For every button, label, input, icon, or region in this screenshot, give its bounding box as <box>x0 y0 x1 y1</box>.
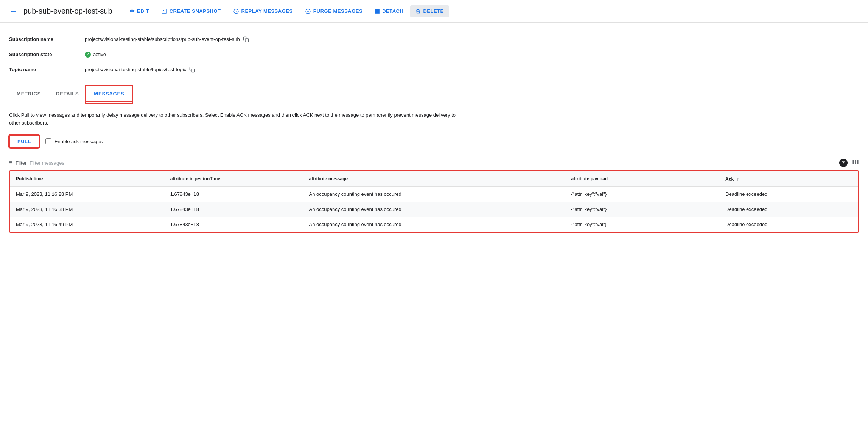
filter-placeholder[interactable]: Filter messages <box>30 160 64 166</box>
toolbar: ← pub-sub-event-op-test-sub ✏ EDIT CREAT… <box>0 0 868 23</box>
row1-message: An occupancy counting event has occured <box>303 186 565 202</box>
enable-ack-checkbox[interactable] <box>45 138 51 144</box>
subscription-name-label: Subscription name <box>9 36 85 42</box>
svg-rect-9 <box>855 160 856 164</box>
subscription-name-value: projects/visionai-testing-stable/subscri… <box>85 36 249 42</box>
messages-table-container: Publish time attribute.ingestionTime att… <box>9 170 859 233</box>
svg-rect-7 <box>191 69 195 72</box>
row1-publish-time: Mar 9, 2023, 11:16:28 PM <box>10 186 164 202</box>
detach-label: DETACH <box>382 8 403 14</box>
purge-messages-label: PURGE MESSAGES <box>313 8 363 14</box>
info-section: Subscription name projects/visionai-test… <box>0 23 868 77</box>
table-header-row: Publish time attribute.ingestionTime att… <box>10 171 858 187</box>
filter-left: ≡ Filter Filter messages <box>9 159 64 166</box>
status-dot-icon <box>85 52 91 58</box>
table-row: Mar 9, 2023, 11:16:28 PM 1.67843e+18 An … <box>10 186 858 202</box>
table-row: Mar 9, 2023, 11:16:38 PM 1.67843e+18 An … <box>10 202 858 217</box>
status-badge: active <box>85 52 106 58</box>
subscription-state-value: active <box>85 52 106 58</box>
back-icon: ← <box>9 6 17 16</box>
page-title: pub-sub-event-op-test-sub <box>23 7 112 16</box>
pull-button[interactable]: PULL <box>9 135 39 148</box>
filter-label: Filter <box>16 160 26 166</box>
row1-ack: Deadline exceeded <box>719 186 858 202</box>
row1-payload: {"attr_key":"val"} <box>565 186 719 202</box>
edit-label: EDIT <box>137 8 149 14</box>
tab-details[interactable]: DETAILS <box>48 86 86 102</box>
col-publish-time: Publish time <box>10 171 164 187</box>
tabs: METRICS DETAILS MESSAGES <box>9 86 859 102</box>
tabs-section: METRICS DETAILS MESSAGES <box>0 77 868 102</box>
detach-button[interactable]: DETACH <box>369 5 409 17</box>
replay-messages-label: REPLAY MESSAGES <box>241 8 293 14</box>
subscription-state-label: Subscription state <box>9 52 85 57</box>
snapshot-icon <box>161 8 167 14</box>
back-button[interactable]: ← <box>9 6 17 16</box>
filter-bar: ≡ Filter Filter messages ? <box>9 156 859 170</box>
row3-publish-time: Mar 9, 2023, 11:16:49 PM <box>10 217 164 232</box>
pull-row: PULL Enable ack messages <box>9 135 859 148</box>
svg-rect-1 <box>163 10 164 11</box>
svg-rect-0 <box>162 9 166 14</box>
topic-name-row: Topic name projects/visionai-testing-sta… <box>9 62 859 77</box>
row2-ack: Deadline exceeded <box>719 202 858 217</box>
filter-right: ? <box>839 159 859 167</box>
purge-messages-button[interactable]: PURGE MESSAGES <box>300 5 368 17</box>
filter-icon: ≡ <box>9 159 12 166</box>
replay-messages-button[interactable]: REPLAY MESSAGES <box>228 5 298 17</box>
row3-payload: {"attr_key":"val"} <box>565 217 719 232</box>
table-row: Mar 9, 2023, 11:16:49 PM 1.67843e+18 An … <box>10 217 858 232</box>
sort-icon: ↑ <box>736 176 739 182</box>
tab-messages[interactable]: MESSAGES <box>86 86 132 102</box>
replay-icon <box>233 8 239 14</box>
messages-content: Click Pull to view messages and temporar… <box>0 102 868 242</box>
copy-topic-name-icon[interactable] <box>189 67 195 73</box>
topic-name-link[interactable]: projects/visionai-testing-stable/topics/… <box>85 67 186 72</box>
subscription-name-row: Subscription name projects/visionai-test… <box>9 32 859 47</box>
svg-rect-8 <box>853 160 854 164</box>
edit-button[interactable]: ✏ EDIT <box>124 5 154 18</box>
create-snapshot-label: CREATE SNAPSHOT <box>170 8 221 14</box>
purge-icon <box>305 8 311 14</box>
columns-icon[interactable] <box>852 159 859 167</box>
topic-name-label: Topic name <box>9 67 85 72</box>
col-ack[interactable]: Ack ↑ <box>719 171 858 187</box>
copy-subscription-name-icon[interactable] <box>243 36 249 42</box>
description-text: Click Pull to view messages and temporar… <box>9 111 463 127</box>
enable-ack-label: Enable ack messages <box>45 138 103 144</box>
svg-rect-10 <box>857 160 859 164</box>
row1-ingestion-time: 1.67843e+18 <box>164 186 303 202</box>
detach-icon <box>375 9 380 14</box>
messages-table: Publish time attribute.ingestionTime att… <box>10 171 858 232</box>
svg-rect-5 <box>375 9 380 14</box>
edit-icon: ✏ <box>130 8 135 15</box>
svg-rect-6 <box>245 39 249 42</box>
topic-name-value: projects/visionai-testing-stable/topics/… <box>85 67 195 73</box>
row2-publish-time: Mar 9, 2023, 11:16:38 PM <box>10 202 164 217</box>
table-body: Mar 9, 2023, 11:16:28 PM 1.67843e+18 An … <box>10 186 858 232</box>
col-ingestion-time: attribute.ingestionTime <box>164 171 303 187</box>
row2-payload: {"attr_key":"val"} <box>565 202 719 217</box>
create-snapshot-button[interactable]: CREATE SNAPSHOT <box>156 5 226 17</box>
delete-label: DELETE <box>423 8 443 14</box>
subscription-state-row: Subscription state active <box>9 47 859 62</box>
tab-metrics[interactable]: METRICS <box>9 86 48 102</box>
delete-icon <box>415 8 421 14</box>
row2-ingestion-time: 1.67843e+18 <box>164 202 303 217</box>
col-payload: attribute.payload <box>565 171 719 187</box>
toolbar-actions: ✏ EDIT CREATE SNAPSHOT REPLAY MESSAGES P… <box>124 5 449 18</box>
row3-ingestion-time: 1.67843e+18 <box>164 217 303 232</box>
row3-message: An occupancy counting event has occured <box>303 217 565 232</box>
help-icon[interactable]: ? <box>839 159 848 167</box>
col-message: attribute.message <box>303 171 565 187</box>
delete-button[interactable]: DELETE <box>410 5 449 17</box>
row3-ack: Deadline exceeded <box>719 217 858 232</box>
row2-message: An occupancy counting event has occured <box>303 202 565 217</box>
table-header: Publish time attribute.ingestionTime att… <box>10 171 858 187</box>
